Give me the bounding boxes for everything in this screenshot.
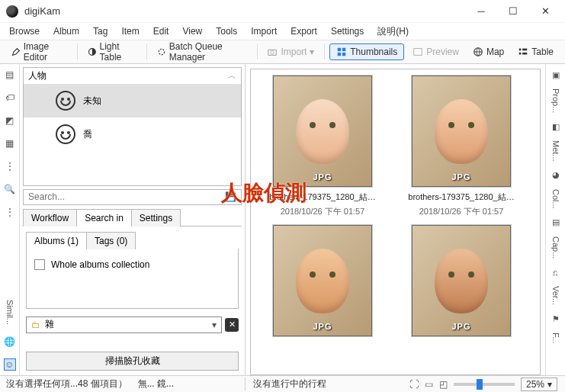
circle-half-icon (88, 47, 97, 57)
thumbnail-image[interactable]: JPG (412, 225, 511, 336)
rail-tag-icon[interactable]: 🏷 (4, 92, 16, 104)
chevron-up-icon[interactable]: ︿ (227, 69, 236, 82)
thumbnail-filename: brothers-179375_1280_結… (408, 191, 514, 203)
map-button[interactable]: Map (467, 43, 509, 60)
rail-right-col[interactable]: Col... (551, 189, 560, 209)
image-editor-button[interactable]: Image Editor (6, 38, 72, 66)
rail-right-cap-icon[interactable]: ▤ (550, 217, 562, 229)
menu-edit[interactable]: Edit (153, 26, 169, 37)
zoom-value: 25% (526, 379, 544, 390)
zoom-combo[interactable]: 25% ▾ (521, 378, 557, 391)
chevron-down-icon: ▾ (310, 47, 314, 57)
status-bar: 沒有選擇任何項...48 個項目） 無... 鏡... 沒有進行中的行程 ⛶ ▭… (0, 375, 565, 392)
rail-right-met-icon[interactable]: ◧ (550, 120, 562, 133)
search-row: 💾 (23, 189, 242, 205)
thumbnail-card[interactable]: JPG (257, 225, 388, 336)
fit-width-icon[interactable]: ▭ (425, 379, 433, 390)
bqm-button[interactable]: Batch Queue Manager (152, 38, 252, 66)
rail-right-col-icon[interactable]: ◕ (550, 169, 562, 182)
close-button[interactable]: ✕ (531, 2, 559, 21)
thumbnail-card[interactable]: JPG (396, 225, 527, 336)
rail-right-prop-icon[interactable]: ▣ (550, 69, 562, 81)
search-input[interactable] (24, 191, 220, 202)
status-filter: 無... 鏡... (138, 378, 174, 390)
format-badge: JPG (451, 172, 470, 182)
right-rail: ▣ Prop... ◧ Met... ◕ Col... ▤ Cap... ⎌ V… (545, 64, 565, 375)
rail-globe-icon[interactable]: 🌐 (4, 336, 16, 348)
chevron-down-icon: ▾ (212, 320, 217, 330)
light-table-button[interactable]: Light Table (82, 38, 142, 66)
thumbnail-image[interactable]: JPG (412, 76, 511, 187)
rail-more2-icon[interactable] (4, 206, 16, 218)
rail-right-ver-icon[interactable]: ⎌ (550, 266, 562, 278)
rail-more-icon[interactable] (4, 160, 16, 172)
thumbnail-card[interactable]: JPG brothers-179375_1280_結… 2018/10/26 下… (396, 76, 527, 217)
people-item-qiao[interactable]: 喬 (24, 117, 241, 151)
rail-right-cap[interactable]: Cap... (551, 236, 560, 259)
menu-browse[interactable]: Browse (9, 26, 40, 37)
menu-album[interactable]: Album (53, 26, 79, 37)
svg-point-1 (159, 49, 164, 54)
tool-bar: Image Editor Light Table Batch Queue Man… (0, 40, 565, 64)
people-item-label: 未知 (83, 95, 101, 108)
globe-icon (473, 47, 483, 57)
status-progress: 沒有進行中的行程 (253, 378, 326, 390)
format-badge: JPG (313, 172, 332, 182)
thumbnails-button[interactable]: Thumbnails (329, 43, 404, 60)
fit-window-icon[interactable]: ⛶ (409, 379, 419, 390)
subtab-tags[interactable]: Tags (0) (86, 232, 136, 249)
svg-rect-6 (338, 53, 341, 56)
zoom-slider[interactable] (454, 383, 515, 386)
menu-help[interactable]: 說明(H) (377, 25, 409, 38)
clear-combo-button[interactable]: ✕ (225, 318, 239, 332)
people-tree[interactable]: 人物 ︿ 未知 喬 (23, 67, 242, 186)
checkbox-icon[interactable] (34, 259, 45, 270)
tab-workflow[interactable]: Workflow (23, 209, 77, 227)
rail-search-icon[interactable]: 🔍 (4, 183, 16, 195)
rail-right-prop[interactable]: Prop... (551, 88, 560, 113)
rail-calendar-icon[interactable]: ▦ (4, 137, 16, 149)
tab-search-in[interactable]: Search in (76, 209, 132, 227)
whole-albums-checkbox-row[interactable]: Whole albums collection (34, 259, 230, 270)
thumbnail-image[interactable]: JPG (273, 225, 372, 336)
maximize-button[interactable]: ☐ (499, 2, 527, 21)
thumbnail-date: 2018/10/26 下午 01:57 (419, 206, 504, 217)
sub-tab-row: Albums (1) Tags (0) (26, 231, 239, 249)
scan-faces-button[interactable]: 掃描臉孔收藏 (26, 352, 239, 371)
thumbnail-card[interactable]: JPG brothers-179375_1280_結… 2018/10/26 下… (257, 76, 388, 217)
rail-label-icon[interactable]: ◩ (4, 114, 16, 127)
menu-import[interactable]: Import (251, 26, 277, 37)
menu-settings[interactable]: Settings (331, 26, 364, 37)
minimize-button[interactable]: ─ (467, 2, 495, 21)
svg-rect-12 (519, 53, 522, 55)
import-label: Import (281, 47, 307, 57)
import-button[interactable]: Import ▾ (262, 43, 319, 60)
preview-button[interactable]: Preview (407, 43, 464, 60)
menu-tools[interactable]: Tools (216, 26, 237, 37)
rail-right-ver[interactable]: Ver... (551, 286, 560, 305)
menu-tag[interactable]: Tag (93, 26, 108, 37)
rail-right-f[interactable]: F... (551, 333, 560, 344)
rail-menu-icon[interactable]: ▤ (4, 69, 16, 81)
save-search-icon[interactable]: 💾 (220, 191, 241, 202)
subtab-albums[interactable]: Albums (1) (26, 232, 87, 249)
rail-right-f-icon[interactable]: ⚑ (550, 313, 562, 325)
rail-people-icon[interactable]: ☺ (4, 358, 16, 371)
actual-size-icon[interactable]: ◰ (439, 379, 448, 390)
thumbnail-image[interactable]: JPG (273, 76, 372, 187)
table-button[interactable]: Table (512, 43, 559, 60)
format-badge: JPG (451, 322, 470, 331)
rail-similarity-label[interactable]: Simil... (4, 300, 16, 325)
tab-settings[interactable]: Settings (131, 209, 181, 227)
people-item-unknown[interactable]: 未知 (24, 84, 241, 117)
image-icon (413, 47, 423, 57)
menu-item[interactable]: Item (121, 26, 139, 37)
thumbnail-grid[interactable]: JPG brothers-179375_1280_結… 2018/10/26 下… (250, 69, 541, 375)
album-combo[interactable]: 🗀 雜 ▾ (26, 316, 222, 333)
menu-export[interactable]: Export (291, 26, 317, 37)
face-icon (56, 91, 75, 111)
rail-right-met[interactable]: Met... (551, 140, 560, 162)
svg-rect-11 (522, 49, 527, 51)
people-item-label: 喬 (83, 128, 92, 141)
menu-view[interactable]: View (182, 26, 202, 37)
